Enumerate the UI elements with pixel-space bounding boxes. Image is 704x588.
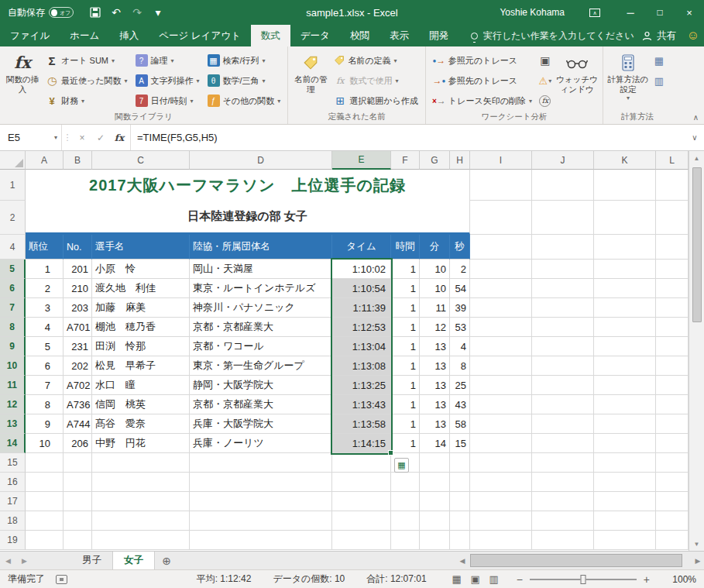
cell[interactable] bbox=[532, 170, 594, 201]
cell[interactable] bbox=[656, 356, 689, 376]
cell[interactable] bbox=[594, 395, 656, 414]
cell[interactable] bbox=[92, 473, 190, 492]
cell[interactable] bbox=[190, 492, 332, 511]
zoom-in-button[interactable]: + bbox=[639, 573, 654, 586]
cell[interactable] bbox=[594, 356, 656, 376]
cell[interactable] bbox=[391, 531, 420, 550]
scroll-down-button[interactable]: ▼ bbox=[689, 537, 704, 551]
cell[interactable] bbox=[656, 201, 689, 235]
cell[interactable] bbox=[532, 492, 594, 511]
name-box-dropdown-icon[interactable]: ▾ bbox=[54, 134, 57, 141]
cell[interactable] bbox=[470, 414, 532, 434]
quick-analysis-button[interactable]: ▦ bbox=[394, 458, 409, 473]
zoom-out-button[interactable]: − bbox=[512, 573, 527, 586]
cell[interactable] bbox=[64, 453, 92, 473]
column-header-b[interactable]: B bbox=[64, 151, 92, 170]
cell[interactable] bbox=[470, 395, 532, 414]
trace-dependents-button[interactable]: →●参照先のトレース bbox=[429, 70, 536, 91]
cell-f6[interactable]: 1 bbox=[391, 279, 420, 298]
cell-a14[interactable]: 10 bbox=[26, 434, 64, 453]
cell-a9[interactable]: 5 bbox=[26, 337, 64, 356]
cell[interactable] bbox=[470, 260, 532, 279]
cell[interactable] bbox=[420, 473, 450, 492]
cell-g9[interactable]: 13 bbox=[420, 337, 450, 356]
select-all-corner[interactable] bbox=[0, 151, 26, 170]
cell-g13[interactable]: 13 bbox=[420, 414, 450, 434]
row-header-13[interactable]: 13 bbox=[0, 414, 26, 434]
header-minutes[interactable]: 分 bbox=[420, 235, 450, 260]
cell-e5-active[interactable]: 1:10:02 bbox=[332, 260, 391, 279]
tab-file[interactable]: ファイル bbox=[0, 25, 60, 46]
remove-arrows-button[interactable]: ×→トレース矢印の削除▾ bbox=[429, 91, 536, 111]
cell[interactable] bbox=[532, 201, 594, 235]
cell-a7[interactable]: 3 bbox=[26, 298, 64, 318]
cell-f12[interactable]: 1 bbox=[391, 395, 420, 414]
cell-h10[interactable]: 8 bbox=[450, 356, 470, 376]
cell-b5[interactable]: 201 bbox=[64, 260, 92, 279]
cell[interactable] bbox=[594, 414, 656, 434]
cell[interactable] bbox=[391, 511, 420, 531]
cell[interactable] bbox=[656, 531, 689, 550]
cell[interactable] bbox=[420, 453, 450, 473]
math-trig-button[interactable]: θ数学/三角▾ bbox=[204, 70, 285, 91]
cell-b8[interactable]: A701 bbox=[64, 318, 92, 337]
normal-view-button[interactable]: ▦ bbox=[450, 573, 464, 585]
redo-button[interactable]: ↷ bbox=[128, 2, 146, 22]
cell[interactable] bbox=[391, 492, 420, 511]
column-header-g[interactable]: G bbox=[420, 151, 450, 170]
cell-f5[interactable]: 1 bbox=[391, 260, 420, 279]
cell[interactable] bbox=[656, 414, 689, 434]
cell-f8[interactable]: 1 bbox=[391, 318, 420, 337]
cell[interactable] bbox=[332, 453, 391, 473]
cell[interactable] bbox=[656, 279, 689, 298]
cell[interactable] bbox=[26, 473, 64, 492]
macro-record-icon[interactable] bbox=[56, 575, 67, 584]
cell-c11[interactable]: 水口 瞳 bbox=[92, 376, 190, 395]
cell-e9[interactable]: 1:13:04 bbox=[332, 337, 391, 356]
cell-a10[interactable]: 6 bbox=[26, 356, 64, 376]
ribbon-display-options-button[interactable]: ∧ bbox=[583, 0, 606, 25]
cell[interactable] bbox=[332, 531, 391, 550]
cell-a5[interactable]: 1 bbox=[26, 260, 64, 279]
cell-b7[interactable]: 203 bbox=[64, 298, 92, 318]
cell[interactable] bbox=[532, 376, 594, 395]
tab-scroll-right-button[interactable]: ▶ bbox=[16, 552, 33, 569]
page-break-view-button[interactable]: ▥ bbox=[487, 573, 501, 585]
cell[interactable] bbox=[594, 298, 656, 318]
cell[interactable] bbox=[470, 298, 532, 318]
cell-h13[interactable]: 58 bbox=[450, 414, 470, 434]
worksheet-grid[interactable]: A B C D E F G H I J K L 1 2017大阪ハーフマラソン … bbox=[0, 151, 689, 551]
cell[interactable] bbox=[92, 531, 190, 550]
row-header-12[interactable]: 12 bbox=[0, 395, 26, 414]
new-sheet-button[interactable]: ⊕ bbox=[155, 552, 178, 569]
cell-b11[interactable]: A702 bbox=[64, 376, 92, 395]
cell[interactable] bbox=[594, 279, 656, 298]
tell-me-search[interactable]: 実行したい作業を入力してください bbox=[471, 25, 634, 46]
cell[interactable] bbox=[470, 376, 532, 395]
cell[interactable] bbox=[190, 511, 332, 531]
column-header-a[interactable]: A bbox=[26, 151, 64, 170]
cell-c12[interactable]: 信岡 桃英 bbox=[92, 395, 190, 414]
cell-d11[interactable]: 静岡・大阪学院大 bbox=[190, 376, 332, 395]
column-header-e-selected[interactable]: E bbox=[332, 151, 391, 170]
row-header-9[interactable]: 9 bbox=[0, 337, 26, 356]
autosum-button[interactable]: Σオート SUM▾ bbox=[42, 50, 132, 70]
tab-formulas[interactable]: 数式 bbox=[251, 25, 290, 46]
cell-h12[interactable]: 43 bbox=[450, 395, 470, 414]
cell[interactable] bbox=[470, 170, 532, 201]
cell[interactable] bbox=[656, 337, 689, 356]
row-header-4[interactable]: 4 bbox=[0, 235, 26, 260]
vertical-scroll-thumb[interactable] bbox=[692, 167, 702, 322]
cell[interactable] bbox=[391, 473, 420, 492]
close-button[interactable]: × bbox=[675, 0, 704, 25]
column-header-k[interactable]: K bbox=[594, 151, 656, 170]
cell[interactable] bbox=[594, 235, 656, 260]
cell[interactable] bbox=[420, 531, 450, 550]
cell[interactable] bbox=[532, 434, 594, 453]
row-header-8[interactable]: 8 bbox=[0, 318, 26, 337]
cell-d13[interactable]: 兵庫・大阪学院大 bbox=[190, 414, 332, 434]
cell-f9[interactable]: 1 bbox=[391, 337, 420, 356]
tab-view[interactable]: 表示 bbox=[379, 25, 419, 46]
tab-home[interactable]: ホーム bbox=[60, 25, 109, 46]
save-button[interactable] bbox=[86, 2, 105, 22]
